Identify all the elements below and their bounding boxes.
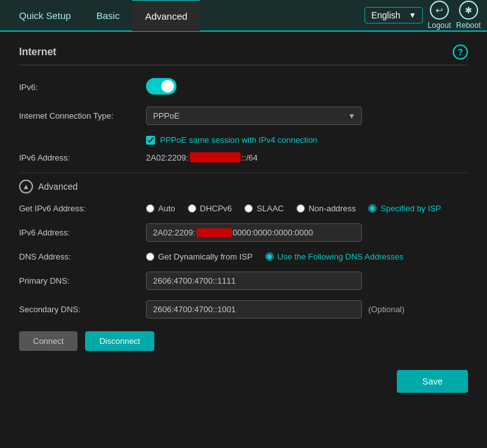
pppoe-checkbox[interactable]: [146, 136, 155, 145]
main-content: Internet ? IPv6: Internet Connection Typ…: [0, 32, 487, 405]
connection-type-label: Internet Connection Type:: [19, 111, 146, 121]
secondary-dns-control: (Optional): [146, 300, 468, 319]
connection-type-select[interactable]: PPPoE Dynamic IP Static IP L2TP PPTP: [146, 107, 362, 125]
top-navigation: Quick Setup Basic Advanced English Chine…: [0, 0, 487, 32]
ipv6-redacted-block: [190, 152, 241, 162]
ipv6-label: IPv6:: [19, 82, 146, 92]
advanced-toggle-label: Advanced: [38, 181, 77, 192]
dns-radio-group: Get Dynamically from ISP Use the Followi…: [146, 252, 468, 261]
save-row: Save: [19, 370, 468, 393]
secondary-dns-label: Secondary DNS:: [19, 305, 146, 314]
radio-dhcpv6[interactable]: DHCPv6: [188, 204, 232, 213]
dns-address-label: DNS Address:: [19, 252, 146, 261]
logout-button[interactable]: ↩ Logout: [428, 1, 451, 30]
get-ipv6-row: Get IPv6 Address: Auto DHCPv6 SLAAC Non-…: [19, 204, 468, 213]
dns-address-options: Get Dynamically from ISP Use the Followi…: [146, 252, 468, 261]
reboot-icon: ✱: [459, 1, 478, 20]
radio-slaac-input[interactable]: [244, 204, 253, 213]
radio-dhcpv6-input[interactable]: [188, 204, 196, 213]
connect-button[interactable]: Connect: [19, 331, 77, 351]
tab-advanced[interactable]: Advanced: [132, 0, 200, 31]
save-button[interactable]: Save: [397, 370, 468, 393]
radio-slaac[interactable]: SLAAC: [244, 204, 284, 213]
help-icon[interactable]: ?: [453, 44, 468, 60]
tab-quick-setup[interactable]: Quick Setup: [6, 0, 84, 31]
get-ipv6-label: Get IPv6 Address:: [19, 204, 146, 213]
connection-type-control: PPPoE Dynamic IP Static IP L2TP PPTP ▼: [146, 107, 468, 125]
language-selector-wrap: English Chinese French ▼: [364, 7, 417, 23]
section-title: Internet: [19, 46, 57, 58]
radio-specified-by-isp[interactable]: Specified by ISP: [368, 204, 441, 213]
ipv6-address-input-row: IPv6 Address: 2A02:2209: 0000:0000:0000:…: [19, 223, 468, 242]
connection-button-row: Connect Disconnect: [19, 331, 468, 351]
radio-get-dynamically[interactable]: Get Dynamically from ISP: [146, 252, 253, 261]
get-ipv6-radio-group: Auto DHCPv6 SLAAC Non-address Specified …: [146, 204, 468, 213]
radio-specified-by-isp-input[interactable]: [368, 204, 377, 213]
connection-type-row: Internet Connection Type: PPPoE Dynamic …: [19, 107, 468, 125]
ipv6-address-value: 2A02:2209: ::/64: [146, 152, 468, 162]
language-select[interactable]: English Chinese French: [364, 7, 423, 23]
radio-get-dynamically-input[interactable]: [146, 253, 154, 261]
secondary-dns-input[interactable]: [146, 300, 362, 319]
radio-use-following-dns[interactable]: Use the Following DNS Addresses: [265, 252, 404, 261]
primary-dns-row: Primary DNS:: [19, 272, 468, 290]
ipv6-address-display-row: IPv6 Address: 2A02:2209: ::/64: [19, 152, 468, 162]
radio-non-address-input[interactable]: [297, 204, 305, 213]
ipv6-address-input-wrap: 2A02:2209: 0000:0000:0000:0000: [146, 223, 468, 242]
dns-address-row: DNS Address: Get Dynamically from ISP Us…: [19, 252, 468, 261]
ipv6-address-input-display[interactable]: 2A02:2209: 0000:0000:0000:0000: [146, 223, 362, 242]
pppoe-checkbox-row: PPPoE same session with IPv4 connection: [146, 135, 468, 145]
radio-use-following-dns-input[interactable]: [265, 253, 274, 261]
optional-label: (Optional): [368, 305, 404, 314]
logout-icon: ↩: [430, 1, 449, 20]
ipv6-address-input-label: IPv6 Address:: [19, 228, 146, 237]
advanced-toggle-icon: ▲: [19, 180, 33, 194]
tab-basic[interactable]: Basic: [84, 0, 133, 31]
radio-auto[interactable]: Auto: [146, 204, 175, 213]
advanced-section-toggle[interactable]: ▲ Advanced: [19, 180, 468, 194]
ipv6-input-redacted-block: [197, 228, 232, 237]
ipv6-address-display-label: IPv6 Address:: [19, 153, 146, 162]
ipv6-toggle-label[interactable]: [146, 78, 177, 95]
primary-dns-label: Primary DNS:: [19, 276, 146, 286]
connection-type-select-wrap: PPPoE Dynamic IP Static IP L2TP PPTP ▼: [146, 107, 362, 125]
radio-non-address[interactable]: Non-address: [297, 204, 356, 213]
pppoe-checkbox-label[interactable]: PPPoE same session with IPv4 connection: [160, 135, 317, 145]
reboot-button[interactable]: ✱ Reboot: [456, 1, 481, 30]
divider: [19, 173, 468, 173]
disconnect-button[interactable]: Disconnect: [85, 331, 154, 351]
primary-dns-control: [146, 272, 468, 290]
radio-auto-input[interactable]: [146, 204, 154, 213]
ipv6-toggle-wrap: [146, 78, 468, 96]
ipv6-row: IPv6:: [19, 78, 468, 96]
get-ipv6-options: Auto DHCPv6 SLAAC Non-address Specified …: [146, 204, 468, 213]
secondary-dns-row: Secondary DNS: (Optional): [19, 300, 468, 319]
section-header: Internet ?: [19, 44, 468, 65]
primary-dns-input[interactable]: [146, 272, 362, 290]
ipv6-address-display: 2A02:2209: ::/64: [146, 152, 468, 162]
